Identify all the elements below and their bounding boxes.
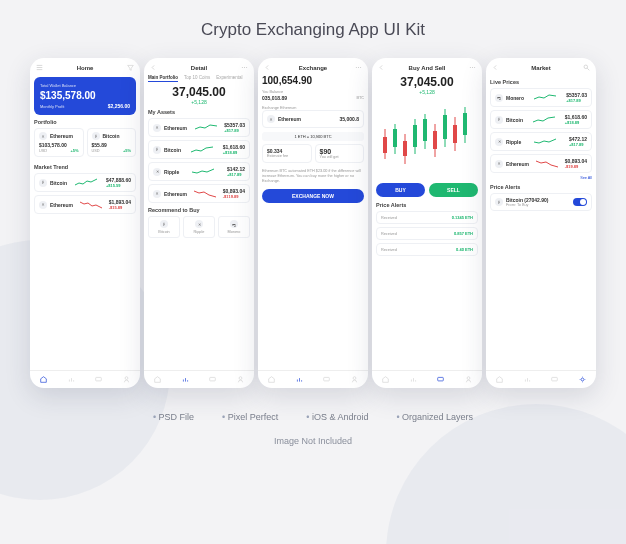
price-row[interactable]: ΞEthereum$0,893.04-$19.89 [490,154,592,173]
chart-icon[interactable] [182,376,189,383]
section-alerts: Price Alerts [376,202,478,208]
back-icon[interactable] [150,64,157,71]
user-icon[interactable] [123,376,130,383]
buy-button[interactable]: BUY [376,183,425,197]
svg-rect-28 [443,115,447,139]
search-icon[interactable] [583,64,590,71]
back-icon[interactable] [492,64,499,71]
bottom-nav [258,370,368,388]
alert-row[interactable]: ₿ Bitcoin (27042.90)From: To Buy [490,193,592,211]
chat-icon[interactable] [323,376,330,383]
home-icon[interactable] [40,376,47,383]
coin-select[interactable]: ΞEthereum 35,000.8 [262,110,364,128]
asset-row[interactable]: ΞEthereum$0,893.04-$119.89 [148,184,250,203]
exchange-value: 100,654.90 [262,75,364,86]
screen-home: Home Total Wallet Balance $135,578.00 Mo… [30,58,140,388]
tab[interactable]: Top 10 Coins [184,75,210,82]
monero-icon: ɱ [230,220,238,228]
trend-row[interactable]: ₿Bitcoin $47,888.60+$15.59 [34,173,136,192]
gear-icon[interactable] [579,376,586,383]
chat-icon[interactable] [551,376,558,383]
price-row[interactable]: ₿Bitcoin$1,618.60+$18.89 [490,110,592,129]
monthly-label: Monthly Profit [40,104,64,109]
rec-item[interactable]: ✕Ripple [183,216,215,238]
tabs: Main Portfolio Top 10 Coins Experimental [148,75,250,82]
svg-point-14 [474,67,475,68]
exchange-rate: 1 ETH = 10,900 BTC [262,132,364,141]
toggle[interactable] [573,198,587,206]
user-icon[interactable] [465,376,472,383]
menu-icon[interactable] [36,64,43,71]
svg-point-38 [580,199,586,205]
chart-icon[interactable] [68,376,75,383]
tab[interactable]: Main Portfolio [148,75,178,82]
alert-row[interactable]: Received0.40 ETH [376,243,478,256]
asset-row[interactable]: ✕Ripple$142.12+$17.89 [148,162,250,181]
filter-icon[interactable] [127,64,134,71]
section-alerts: Price Alerts [490,184,592,190]
bitcoin-icon: ₿ [495,116,503,124]
price-row[interactable]: ✕Ripple$472.12+$17.89 [490,132,592,151]
user-icon[interactable] [351,376,358,383]
exchange-button[interactable]: EXCHANGE NOW [262,189,364,203]
svg-rect-10 [324,377,330,381]
svg-point-35 [584,65,588,69]
bottom-nav [144,370,254,388]
chart-icon[interactable] [524,376,531,383]
section-portfolio: Portfolio [34,119,136,125]
ethereum-icon: Ξ [39,132,47,140]
trend-row[interactable]: ΞEthereum $1,893.04-$15.89 [34,195,136,214]
svg-rect-24 [423,119,427,141]
feature: PSD File [153,412,194,422]
rec-item[interactable]: ɱMonero [218,216,250,238]
svg-point-3 [244,67,245,68]
wallet-value: $135,578.00 [40,90,130,101]
more-icon[interactable] [355,64,362,71]
svg-rect-20 [403,141,407,156]
home-icon[interactable] [268,376,275,383]
svg-point-7 [356,67,357,68]
svg-rect-22 [413,125,417,147]
wallet-label: Total Wallet Balance [40,83,130,88]
chat-icon[interactable] [209,376,216,383]
portfolio-card[interactable]: ₿Bitcoin $55.89 USD+5% [87,128,137,157]
more-icon[interactable] [241,64,248,71]
tab[interactable]: Experimental [216,75,242,82]
sell-button[interactable]: SELL [429,183,478,197]
price-row[interactable]: ɱMonero$5357.03+$17.89 [490,88,592,107]
svg-rect-18 [393,129,397,147]
back-icon[interactable] [378,64,385,71]
chat-icon[interactable] [95,376,102,383]
more-icon[interactable] [469,64,476,71]
screen-exchange: Exchange 100,654.90 You Balance 035,018.… [258,58,368,388]
asset-row[interactable]: ΞEthereum$5357.03+$17.89 [148,118,250,137]
chart-icon[interactable] [296,376,303,383]
exchange-note: Ethereum BTC automated ETH $23.00 if the… [262,169,364,184]
candlestick-chart [376,99,478,179]
portfolio-card[interactable]: ΞEthereum $103,578.00 USD+5% [34,128,84,157]
alert-row[interactable]: Received0.1345 ETH [376,211,478,224]
screen-title: Detail [191,65,207,71]
ripple-icon: ✕ [495,138,503,146]
chart-icon[interactable] [410,376,417,383]
back-icon[interactable] [264,64,271,71]
alert-row[interactable]: Received0.857 ETH [376,227,478,240]
see-all-link[interactable]: See All [490,176,592,180]
home-icon[interactable] [496,376,503,383]
home-icon[interactable] [154,376,161,383]
wallet-icon[interactable] [437,376,444,383]
ethereum-icon: Ξ [495,160,503,168]
svg-point-8 [358,67,359,68]
bitcoin-icon: ₿ [92,132,100,140]
sparkline [533,115,555,125]
svg-point-1 [125,377,128,380]
svg-point-2 [242,67,243,68]
svg-rect-33 [438,377,444,381]
screen-title: Market [531,65,550,71]
rec-item[interactable]: ₿Bitcoin [148,216,180,238]
user-icon[interactable] [237,376,244,383]
asset-row[interactable]: ₿Bitcoin$1,618.60+$18.89 [148,140,250,159]
home-icon[interactable] [382,376,389,383]
monthly-value: $2,256.00 [108,103,130,109]
get-card: $90 You will get [315,144,365,163]
